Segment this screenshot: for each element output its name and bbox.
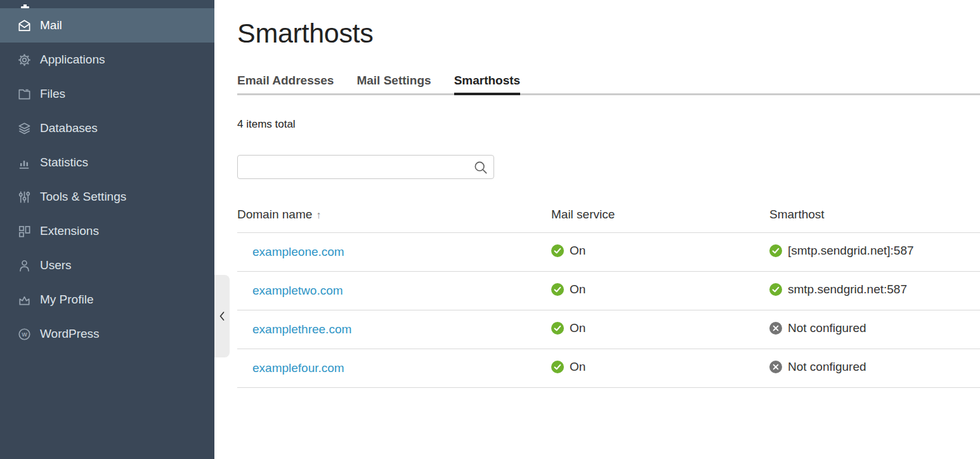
mail-icon (17, 18, 32, 33)
sidebar-item-partial[interactable] (0, 0, 214, 8)
sidebar-item-tools-settings[interactable]: Tools & Settings (0, 180, 214, 214)
smarthost-status-text: Not configured (788, 360, 866, 374)
domain-link[interactable]: exampletwo.com (252, 284, 343, 297)
mail-service-status-text: On (570, 244, 585, 258)
sidebar-item-statistics[interactable]: Statistics (0, 145, 214, 180)
column-label: Mail service (551, 208, 615, 221)
status-ok-icon (769, 244, 782, 257)
sidebar-item-applications[interactable]: Applications (0, 43, 214, 77)
sidebar-item-label: Statistics (40, 156, 88, 170)
sidebar-item-mail[interactable]: Mail (0, 8, 214, 43)
extensions-icon (17, 224, 32, 239)
sidebar-collapse-handle[interactable] (214, 275, 230, 357)
sidebar-item-label: WordPress (40, 327, 100, 341)
table-header-row: Domain name↑ Mail service Smarthost (237, 198, 980, 233)
smarthost-status-text: smtp.sendgrid.net:587 (788, 283, 907, 296)
status-ok-icon (551, 322, 564, 335)
sidebar-item-databases[interactable]: Databases (0, 111, 214, 145)
sidebar-item-label: Tools & Settings (40, 190, 126, 204)
mail-service-status-text: On (570, 283, 585, 296)
sidebar-item-label: Applications (40, 53, 105, 67)
sidebar-item-wordpress[interactable]: W WordPress (0, 317, 214, 351)
partial-icon (19, 0, 33, 11)
users-icon (17, 258, 32, 273)
wordpress-icon: W (17, 327, 32, 342)
sidebar-item-users[interactable]: Users (0, 248, 214, 283)
status-ok-icon (551, 361, 564, 373)
smarthost-status-text: [smtp.sendgrid.net]:587 (788, 244, 914, 258)
column-header-mail-service[interactable]: Mail service (551, 198, 769, 233)
search-icon[interactable] (473, 159, 489, 176)
sidebar-item-label: Users (40, 258, 72, 272)
mail-service-status-text: On (570, 360, 585, 374)
status-ok-icon (551, 244, 564, 257)
smarthost-status-text: Not configured (788, 321, 866, 335)
status-ok-icon (769, 283, 782, 296)
sidebar-item-my-profile[interactable]: My Profile (0, 283, 214, 317)
main-content: Smarthosts Email Addresses Mail Settings… (214, 0, 980, 459)
table-row: exampletwo.com On smtp.sendgrid.net:587 (237, 272, 980, 310)
page-title: Smarthosts (237, 15, 980, 51)
domain-link[interactable]: exampleone.com (252, 245, 344, 258)
sidebar-item-label: Files (40, 87, 65, 101)
items-total-text: 4 items total (237, 118, 980, 131)
sidebar-item-label: My Profile (40, 293, 93, 307)
search-input[interactable] (238, 156, 493, 178)
applications-icon (17, 53, 32, 67)
mail-service-status-text: On (570, 321, 585, 335)
smarthosts-table: Domain name↑ Mail service Smarthost exam… (237, 198, 980, 388)
sidebar-item-label: Extensions (40, 224, 99, 238)
sidebar: Mail Applications Files Databases (0, 0, 214, 459)
domain-link[interactable]: examplefour.com (252, 361, 344, 375)
sidebar-item-files[interactable]: Files (0, 77, 214, 111)
column-header-smarthost[interactable]: Smarthost (769, 198, 980, 233)
files-icon (17, 87, 32, 102)
app-window: Mail Applications Files Databases (0, 0, 980, 459)
chevron-left-icon (218, 310, 226, 322)
tab-email-addresses[interactable]: Email Addresses (237, 74, 334, 93)
status-not-configured-icon (769, 361, 782, 373)
column-header-domain-name[interactable]: Domain name↑ (237, 198, 551, 233)
status-not-configured-icon (769, 322, 782, 335)
sidebar-item-extensions[interactable]: Extensions (0, 214, 214, 248)
table-row: examplethree.com On Not configured (237, 310, 980, 349)
domain-link[interactable]: examplethree.com (252, 323, 351, 336)
my-profile-icon (17, 293, 32, 307)
tab-smarthosts[interactable]: Smarthosts (454, 74, 521, 93)
tools-settings-icon (17, 190, 32, 204)
tab-bar: Email Addresses Mail Settings Smarthosts (237, 74, 980, 95)
column-label: Domain name (237, 208, 312, 221)
svg-text:W: W (22, 331, 27, 337)
sort-asc-icon: ↑ (316, 210, 321, 220)
table-row: examplefour.com On Not configured (237, 349, 980, 388)
tab-mail-settings[interactable]: Mail Settings (356, 74, 431, 93)
search-box (237, 155, 494, 179)
databases-icon (17, 121, 32, 136)
statistics-icon (17, 156, 32, 170)
sidebar-item-label: Mail (40, 18, 62, 32)
status-ok-icon (551, 283, 564, 296)
column-label: Smarthost (769, 208, 825, 221)
table-row: exampleone.com On [smtp.sendgrid.net]:58… (237, 233, 980, 272)
sidebar-nav: Mail Applications Files Databases (0, 8, 214, 351)
sidebar-item-label: Databases (40, 121, 98, 135)
